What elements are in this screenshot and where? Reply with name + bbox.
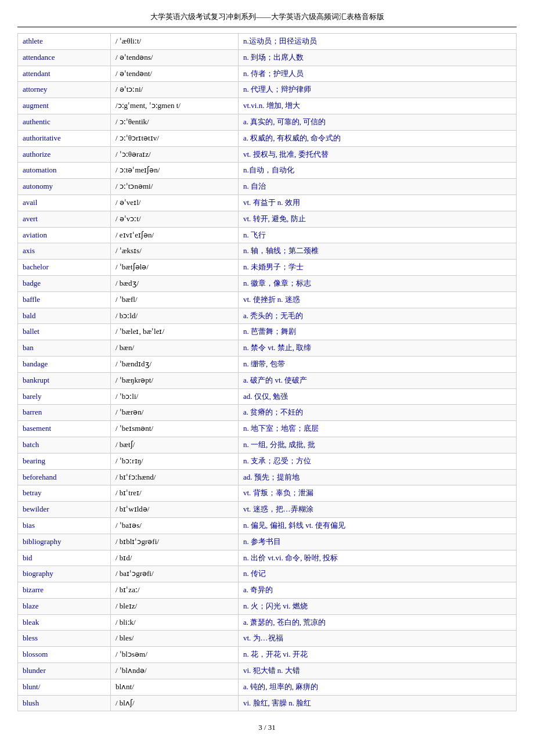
meaning-cell: a. 贫瘠的；不妊的 — [239, 405, 517, 421]
table-row: baffle/ ˈbæfl/vt. 使挫折 n. 迷惑 — [18, 291, 517, 308]
phonetic-cell: / əˈtɔːni/ — [111, 82, 239, 98]
word-cell: authentic — [18, 114, 111, 130]
word-cell: aviation — [18, 227, 111, 243]
meaning-cell: a. 萧瑟的, 苍白的, 荒凉的 — [239, 614, 517, 631]
word-cell: baffle — [18, 291, 111, 308]
table-row: batch/ bætʃ/n. 一组, 分批, 成批, 批 — [18, 437, 517, 453]
meaning-cell: vt. 转开, 避免, 防止 — [239, 211, 517, 227]
word-cell: barren — [18, 405, 111, 421]
meaning-cell: n. 火；闪光 vi. 燃烧 — [239, 598, 517, 614]
word-cell: barely — [18, 388, 111, 405]
table-row: ballet/ ˈbæleɪ, bæˈleɪ/n. 芭蕾舞；舞剧 — [18, 324, 517, 340]
word-cell: attendance — [18, 49, 111, 66]
meaning-cell: n.运动员；田径运动员 — [239, 34, 517, 50]
phonetic-cell: / bliːk/ — [111, 614, 239, 631]
phonetic-cell: / bɔːld/ — [111, 308, 239, 324]
word-cell: bearing — [18, 453, 111, 469]
page-number: 3 / 31 — [258, 723, 276, 732]
meaning-cell: vt.vi.n. 增加, 增大 — [239, 98, 517, 114]
table-row: blossom/ ˈblɔsəm/n. 花，开花 vi. 开花 — [18, 647, 517, 663]
meaning-cell: n. 偏见, 偏祖, 斜线 vt. 使有偏见 — [239, 517, 517, 534]
word-cell: bias — [18, 517, 111, 534]
phonetic-cell: / ˈbaɪəs/ — [111, 517, 239, 534]
phonetic-cell: blʌnt/ — [111, 679, 239, 695]
word-cell: attendant — [18, 66, 111, 82]
phonetic-cell: / ˈbæŋkrəpt/ — [111, 372, 239, 388]
meaning-cell: vt. 使挫折 n. 迷惑 — [239, 291, 517, 308]
table-row: bandage/ ˈbændɪdʒ/n. 绷带, 包带 — [18, 356, 517, 372]
phonetic-cell: / blʌʃ/ — [111, 695, 239, 711]
table-row: badge/ bædʒ/n. 徽章，像章；标志 — [18, 275, 517, 291]
word-cell: bid — [18, 550, 111, 566]
table-row: biography/ baɪˈɔgrəfi/n. 传记 — [18, 566, 517, 582]
phonetic-cell: / bætʃ/ — [111, 437, 239, 453]
table-row: avail/ əˈveɪl/vt. 有益于 n. 效用 — [18, 195, 517, 211]
meaning-cell: ad. 预先；提前地 — [239, 469, 517, 485]
table-row: barren/ ˈbærən/a. 贫瘠的；不妊的 — [18, 405, 517, 421]
table-row: blunder/ ˈblʌndə/vi. 犯大错 n. 大错 — [18, 663, 517, 679]
table-row: attendant/ əˈtendənt/n. 侍者；护理人员 — [18, 66, 517, 82]
phonetic-cell: / bleɪz/ — [111, 598, 239, 614]
meaning-cell: n.自动，自动化 — [239, 163, 517, 179]
phonetic-cell: / bæn/ — [111, 340, 239, 357]
table-row: bias/ ˈbaɪəs/n. 偏见, 偏祖, 斜线 vt. 使有偏见 — [18, 517, 517, 534]
phonetic-cell: / ɔːtəˈmeɪʃən/ — [111, 163, 239, 179]
meaning-cell: n. 传记 — [239, 566, 517, 582]
word-cell: bewilder — [18, 502, 111, 518]
meaning-cell: n. 到场；出席人数 — [239, 49, 517, 66]
meaning-cell: n. 芭蕾舞；舞剧 — [239, 324, 517, 340]
word-cell: bald — [18, 308, 111, 324]
meaning-cell: a. 奇异的 — [239, 582, 517, 599]
table-row: axis/ ˈæksɪs/n. 轴，轴线；第二颈椎 — [18, 243, 517, 260]
table-row: augment/ɔːgˈment, ˈɔːgmen t/vt.vi.n. 增加,… — [18, 98, 517, 114]
table-row: bibliography/ bɪblɪˈɔgrəfi/n. 参考书目 — [18, 534, 517, 550]
table-row: attorney/ əˈtɔːni/n. 代理人；辩护律师 — [18, 82, 517, 98]
phonetic-cell: / ˈbɔːli/ — [111, 388, 239, 405]
page-header: 大学英语六级考试复习冲刺系列——大学英语六级高频词汇表格音标版 — [17, 12, 517, 27]
phonetic-cell: / ˈbæfl/ — [111, 291, 239, 308]
word-cell: axis — [18, 243, 111, 260]
table-row: blush/ blʌʃ/vi. 脸红, 害臊 n. 脸红 — [18, 695, 517, 711]
table-row: avert/ əˈvɔːt/vt. 转开, 避免, 防止 — [18, 211, 517, 227]
meaning-cell: a. 秃头的；无毛的 — [239, 308, 517, 324]
meaning-cell: vt. 授权与, 批准, 委托代替 — [239, 146, 517, 163]
phonetic-cell: / bɪˈfɔːhænd/ — [111, 469, 239, 485]
meaning-cell: n. 轴，轴线；第二颈椎 — [239, 243, 517, 260]
table-row: bid/ bɪd/n. 出价 vt.vi. 命令, 吩咐, 投标 — [18, 550, 517, 566]
meaning-cell: vt. 为…祝福 — [239, 631, 517, 647]
word-cell: biography — [18, 566, 111, 582]
phonetic-cell: / ˈɔːθəraɪz/ — [111, 146, 239, 163]
table-row: automation/ ɔːtəˈmeɪʃən/n.自动，自动化 — [18, 163, 517, 179]
table-row: bankrupt/ ˈbæŋkrəpt/a. 破产的 vt. 使破产 — [18, 372, 517, 388]
phonetic-cell: /ɔːgˈment, ˈɔːgmen t/ — [111, 98, 239, 114]
table-row: bald/ bɔːld/a. 秃头的；无毛的 — [18, 308, 517, 324]
phonetic-cell: / əˈtendənt/ — [111, 66, 239, 82]
header-title: 大学英语六级考试复习冲刺系列——大学英语六级高频词汇表格音标版 — [150, 12, 384, 21]
phonetic-cell: / bædʒ/ — [111, 275, 239, 291]
phonetic-cell: / ˈæksɪs/ — [111, 243, 239, 260]
meaning-cell: n. 出价 vt.vi. 命令, 吩咐, 投标 — [239, 550, 517, 566]
meaning-cell: n. 徽章，像章；标志 — [239, 275, 517, 291]
table-row: athlete/ ˈæθliːt/n.运动员；田径运动员 — [18, 34, 517, 50]
phonetic-cell: / ˈbætʃələ/ — [111, 260, 239, 276]
phonetic-cell: / ɔːˈθɔrɪtətɪv/ — [111, 130, 239, 146]
meaning-cell: n. 自治 — [239, 179, 517, 195]
meaning-cell: vt. 迷惑，把…弄糊涂 — [239, 502, 517, 518]
meaning-cell: n. 侍者；护理人员 — [239, 66, 517, 82]
word-cell: bankrupt — [18, 372, 111, 388]
word-cell: attorney — [18, 82, 111, 98]
meaning-cell: a. 钝的, 坦率的, 麻痹的 — [239, 679, 517, 695]
word-cell: blunt/ — [18, 679, 111, 695]
meaning-cell: n. 未婚男子；学士 — [239, 260, 517, 276]
table-row: authoritative/ ɔːˈθɔrɪtətɪv/a. 权威的, 有权威的… — [18, 130, 517, 146]
phonetic-cell: / ɔːˈθentik/ — [111, 114, 239, 130]
meaning-cell: n. 花，开花 vi. 开花 — [239, 647, 517, 663]
phonetic-cell: / bɪˈtreɪ/ — [111, 485, 239, 502]
table-row: betray/ bɪˈtreɪ/vt. 背叛；辜负；泄漏 — [18, 485, 517, 502]
table-row: blunt/blʌnt/a. 钝的, 坦率的, 麻痹的 — [18, 679, 517, 695]
phonetic-cell: / bles/ — [111, 631, 239, 647]
table-row: autonomy/ ɔːˈtɔnəmi/n. 自治 — [18, 179, 517, 195]
phonetic-cell: / eɪvɪˈeɪʃən/ — [111, 227, 239, 243]
meaning-cell: a. 破产的 vt. 使破产 — [239, 372, 517, 388]
meaning-cell: vi. 犯大错 n. 大错 — [239, 663, 517, 679]
